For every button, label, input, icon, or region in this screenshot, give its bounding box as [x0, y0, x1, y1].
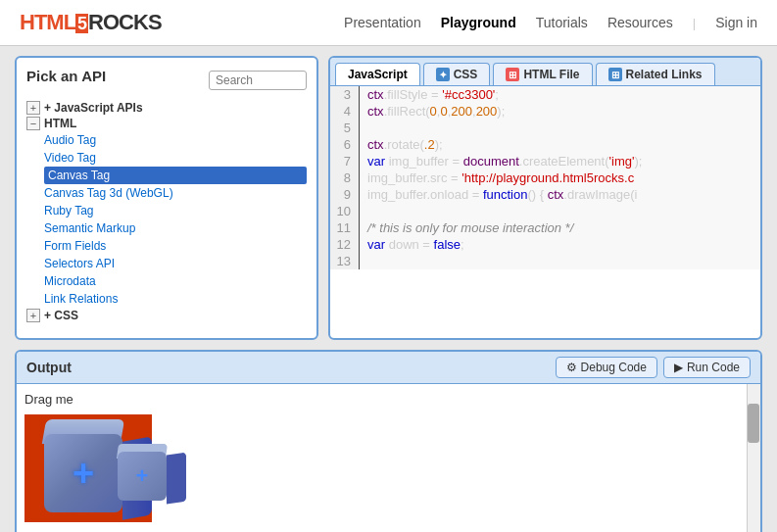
sidebar-item-css[interactable]: + + CSS	[26, 308, 307, 323]
debug-btn-label: Debug Code	[581, 361, 647, 374]
code-line-6: 6 ctx.rotate(.2);	[330, 136, 760, 153]
line-num-3: 3	[330, 86, 360, 103]
html-children: Audio Tag Video Tag Canvas Tag Canvas Ta…	[26, 131, 307, 308]
code-line-7: 7 var img_buffer = document.createElemen…	[330, 153, 760, 169]
line-num-9: 9	[330, 186, 360, 203]
output-body: Drag me + +	[17, 384, 760, 532]
run-code-button[interactable]: ▶ Run Code	[663, 357, 751, 378]
code-line-4: 4 ctx.fillRect(0,0,200,200);	[330, 103, 760, 120]
output-scroll-outer: Drag me + +	[17, 384, 760, 532]
canvas-simulation: + +	[24, 414, 250, 532]
logo-five: 5	[75, 14, 88, 33]
expand-icon-css: +	[26, 309, 40, 322]
second-cube-right	[167, 453, 186, 505]
sidebar-link-form-fields[interactable]: Form Fields	[44, 237, 307, 255]
cross-icon: +	[73, 453, 94, 495]
line-content-8: img_buffer.src = 'http://playground.html…	[360, 169, 760, 186]
run-btn-label: Run Code	[687, 361, 740, 374]
sidebar-link-selectors-api[interactable]: Selectors API	[44, 255, 307, 272]
line-num-11: 11	[330, 219, 360, 236]
tab-html-file[interactable]: ⊞ HTML File	[493, 63, 592, 85]
code-line-9: 9 img_buffer.onload = function() { ctx.d…	[330, 186, 760, 203]
css-category-label: + CSS	[44, 309, 78, 322]
output-scrollbar-track[interactable]	[747, 384, 760, 532]
line-num-7: 7	[330, 153, 360, 169]
cube-front-face: +	[44, 434, 122, 512]
debug-code-button[interactable]: ⚙ Debug Code	[556, 357, 657, 378]
tab-related-links[interactable]: ⊞ Related Links	[596, 63, 715, 85]
code-line-12: 12 var down = false;	[330, 236, 760, 253]
main-content: Pick an API + + JavaScript APIs − HTML A…	[0, 46, 777, 532]
nav-presentation[interactable]: Presentation	[344, 15, 421, 30]
nav-tutorials[interactable]: Tutorials	[536, 15, 588, 30]
output-panel: Output ⚙ Debug Code ▶ Run Code Drag me	[15, 350, 762, 532]
expand-icon-html: −	[26, 117, 40, 130]
links-tab-icon: ⊞	[608, 68, 622, 81]
top-panel: Pick an API + + JavaScript APIs − HTML A…	[15, 56, 762, 340]
code-lines: 3 ctx.fillStyle = '#cc3300'; 4 ctx.fillR…	[330, 86, 760, 269]
css-tab-icon: ✦	[436, 68, 450, 81]
line-num-13: 13	[330, 253, 360, 269]
tabs-row: JavaScript ✦ CSS ⊞ HTML File ⊞ Related L…	[330, 58, 760, 86]
sidebar-link-audio-tag[interactable]: Audio Tag	[44, 131, 307, 149]
line-content-4: ctx.fillRect(0,0,200,200);	[360, 103, 760, 120]
sidebar-link-canvas-tag-3d[interactable]: Canvas Tag 3d (WebGL)	[44, 184, 307, 202]
debug-icon: ⚙	[566, 361, 577, 374]
line-num-10: 10	[330, 203, 360, 219]
search-input[interactable]	[209, 71, 307, 90]
sidebar-link-link-relations[interactable]: Link Relations	[44, 290, 307, 308]
sidebar-link-video-tag[interactable]: Video Tag	[44, 149, 307, 167]
sidebar-item-javascript-apis[interactable]: + + JavaScript APIs	[26, 100, 307, 116]
line-content-7: var img_buffer = document.createElement(…	[360, 153, 760, 169]
line-num-5: 5	[330, 120, 360, 136]
javascript-apis-label: + JavaScript APIs	[44, 101, 143, 115]
code-scroll-container[interactable]: 3 ctx.fillStyle = '#cc3300'; 4 ctx.fillR…	[330, 86, 760, 269]
drag-me-text: Drag me	[24, 392, 753, 407]
sidebar: Pick an API + + JavaScript APIs − HTML A…	[15, 56, 318, 340]
code-line-13: 13	[330, 253, 760, 269]
nav-signin[interactable]: Sign in	[715, 15, 757, 30]
tab-css[interactable]: ✦ CSS	[423, 63, 491, 85]
line-content-5	[360, 120, 760, 136]
output-scrollbar-thumb[interactable]	[748, 404, 759, 443]
sidebar-link-semantic-markup[interactable]: Semantic Markup	[44, 219, 307, 237]
line-num-8: 8	[330, 169, 360, 186]
code-line-11: 11 /* this is only for mouse interaction…	[330, 219, 760, 236]
code-line-5: 5	[330, 120, 760, 136]
line-content-6: ctx.rotate(.2);	[360, 136, 760, 153]
line-content-10	[360, 203, 760, 219]
expand-icon-js: +	[26, 101, 40, 115]
sidebar-header: Pick an API	[26, 68, 307, 92]
nav-divider: |	[693, 16, 696, 30]
tab-links-label: Related Links	[626, 68, 703, 81]
code-line-3: 3 ctx.fillStyle = '#cc3300';	[330, 86, 760, 103]
logo-html: HTML	[20, 10, 75, 34]
sidebar-link-microdata[interactable]: Microdata	[44, 272, 307, 290]
logo-rocks: ROCKS	[88, 10, 161, 34]
html-tab-icon: ⊞	[506, 68, 519, 81]
sidebar-item-html[interactable]: − HTML	[26, 116, 307, 131]
code-line-8: 8 img_buffer.src = 'http://playground.ht…	[330, 169, 760, 186]
second-cube-cross-icon: +	[136, 463, 149, 489]
nav-resources[interactable]: Resources	[607, 15, 673, 30]
tab-html-label: HTML File	[523, 68, 579, 81]
second-cube: +	[113, 444, 171, 503]
sidebar-title: Pick an API	[26, 68, 106, 84]
code-panel: JavaScript ✦ CSS ⊞ HTML File ⊞ Related L…	[328, 56, 762, 340]
sidebar-link-canvas-tag[interactable]: Canvas Tag	[44, 167, 307, 184]
line-content-12: var down = false;	[360, 236, 760, 253]
site-logo[interactable]: HTML5ROCKS	[20, 10, 162, 35]
line-content-11: /* this is only for mouse interaction */	[360, 219, 760, 236]
code-line-10: 10	[330, 203, 760, 219]
run-icon: ▶	[674, 361, 683, 374]
line-content-13	[360, 253, 760, 269]
tab-css-label: CSS	[454, 68, 478, 81]
line-num-6: 6	[330, 136, 360, 153]
tab-javascript[interactable]: JavaScript	[335, 63, 420, 85]
nav-playground[interactable]: Playground	[441, 15, 516, 30]
sidebar-link-ruby-tag[interactable]: Ruby Tag	[44, 202, 307, 219]
line-content-3: ctx.fillStyle = '#cc3300';	[360, 86, 760, 103]
line-content-9: img_buffer.onload = function() { ctx.dra…	[360, 186, 760, 203]
second-cube-face: +	[118, 452, 167, 501]
output-title: Output	[26, 360, 72, 375]
